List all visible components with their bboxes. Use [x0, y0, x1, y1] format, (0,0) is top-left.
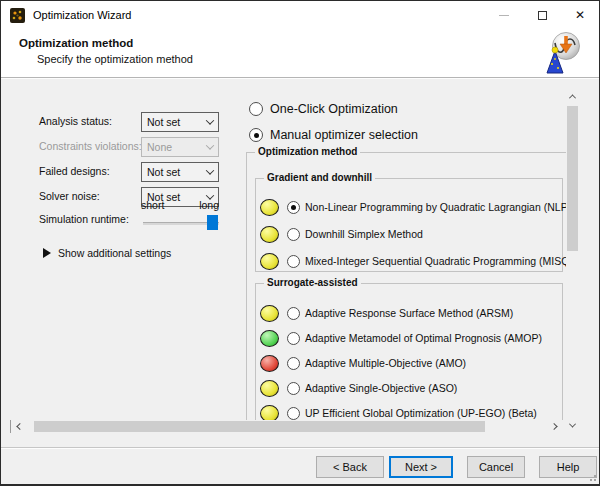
surrogate-assisted-section: Surrogate-assisted Adaptive Response Sur…: [255, 283, 563, 420]
chevron-up-icon: [569, 94, 576, 101]
radio-button[interactable]: [249, 128, 263, 142]
method-label: Adaptive Multiple-Objective (AMO): [305, 357, 466, 369]
maximize-icon: [538, 11, 547, 20]
radio-button[interactable]: [287, 332, 300, 345]
constraints-violations-select: None: [141, 137, 219, 157]
gradient-and-downhill-section: Gradient and downhill Non-Linear Program…: [255, 178, 563, 272]
close-button[interactable]: ✕: [561, 1, 599, 29]
show-additional-settings-toggle[interactable]: Show additional settings: [43, 247, 171, 259]
radio-button[interactable]: [287, 228, 300, 241]
status-light-icon: [260, 355, 279, 372]
radio-button[interactable]: [287, 407, 300, 420]
horizontal-scrollbar[interactable]: [10, 420, 563, 433]
method-option-nlpql[interactable]: Non-Linear Programming by Quadratic Lagr…: [260, 198, 566, 216]
wizard-header: Optimization method Specify the optimiza…: [1, 29, 599, 78]
failed-designs-value: Not set: [147, 166, 180, 178]
method-label: Adaptive Metamodel of Optimal Prognosis …: [305, 332, 542, 344]
radio-button[interactable]: [287, 201, 300, 214]
status-light-icon: [260, 199, 279, 216]
window-title: Optimization Wizard: [33, 9, 131, 21]
runtime-scale-labels: short long: [141, 199, 219, 211]
radio-button[interactable]: [249, 102, 263, 116]
chevron-right-icon: [551, 423, 558, 430]
simulation-runtime-label: Simulation runtime:: [39, 213, 129, 225]
method-option-downhill-simplex[interactable]: Downhill Simplex Method: [260, 225, 423, 243]
method-option-aso[interactable]: Adaptive Single-Objective (ASO): [260, 379, 457, 397]
status-light-icon: [260, 405, 279, 421]
page-title: Optimization method: [19, 37, 133, 49]
radio-button[interactable]: [287, 357, 300, 370]
optimization-wizard-icon: [539, 31, 583, 77]
manual-optimizer-selection-option[interactable]: Manual optimizer selection: [249, 127, 418, 143]
method-label: Non-Linear Programming by Quadratic Lagr…: [305, 201, 566, 213]
runtime-slider-handle[interactable]: [207, 215, 218, 230]
title-bar: Optimization Wizard ✕: [1, 1, 599, 29]
one-click-optimization-option[interactable]: One-Click Optimization: [249, 101, 398, 117]
minimize-icon: [499, 15, 509, 16]
page-subtitle: Specify the optimization method: [37, 53, 193, 65]
status-light-icon: [260, 330, 279, 347]
expand-arrow-icon: [43, 248, 51, 258]
method-label: Adaptive Response Surface Method (ARSM): [305, 307, 513, 319]
constraints-violations-value: None: [147, 141, 172, 153]
method-label: Adaptive Single-Objective (ASO): [305, 382, 457, 394]
vertical-scrollbar-thumb[interactable]: [567, 106, 578, 251]
method-option-amop[interactable]: Adaptive Metamodel of Optimal Prognosis …: [260, 329, 542, 347]
chevron-left-icon: [16, 423, 23, 430]
status-light-icon: [260, 226, 279, 243]
method-label: Downhill Simplex Method: [305, 228, 423, 240]
status-light-icon: [260, 305, 279, 322]
radio-button[interactable]: [287, 255, 300, 268]
runtime-min-label: short: [141, 199, 164, 211]
content-viewport: Analysis status: Not set Constraints vio…: [9, 89, 566, 420]
app-logo-icon: [10, 8, 25, 23]
chevron-down-icon: [206, 116, 214, 124]
minimize-button[interactable]: [485, 1, 523, 29]
constraints-violations-label: Constraints violations:: [39, 140, 142, 152]
analysis-status-row: Analysis status: Not set: [9, 112, 229, 132]
gradient-and-downhill-title: Gradient and downhill: [264, 172, 375, 183]
back-button[interactable]: < Back: [316, 456, 384, 478]
failed-designs-label: Failed designs:: [39, 165, 110, 177]
surrogate-assisted-title: Surrogate-assisted: [264, 277, 361, 288]
show-additional-settings-label: Show additional settings: [58, 247, 171, 259]
manual-optimizer-selection-label: Manual optimizer selection: [270, 128, 418, 142]
radio-button[interactable]: [287, 307, 300, 320]
solver-noise-label: Solver noise:: [39, 190, 100, 202]
analysis-status-value: Not set: [147, 116, 180, 128]
method-option-misqp[interactable]: Mixed-Integer Sequential Quadratic Progr…: [260, 252, 566, 270]
constraints-violations-row: Constraints violations: None: [9, 137, 229, 157]
horizontal-scrollbar-thumb[interactable]: [34, 421, 485, 432]
failed-designs-select[interactable]: Not set: [141, 162, 219, 182]
status-light-icon: [260, 380, 279, 397]
status-light-icon: [260, 253, 279, 270]
resize-grip-icon[interactable]: [588, 473, 596, 481]
scroll-right-button[interactable]: [548, 420, 563, 433]
analysis-status-label: Analysis status:: [39, 115, 112, 127]
method-label: Mixed-Integer Sequential Quadratic Progr…: [305, 255, 566, 267]
scroll-up-button[interactable]: [566, 89, 579, 104]
scroll-down-button[interactable]: [566, 418, 579, 433]
chevron-down-icon: [206, 141, 214, 149]
close-icon: ✕: [575, 9, 585, 21]
maximize-button[interactable]: [523, 1, 561, 29]
chevron-down-icon: [569, 421, 576, 428]
radio-button[interactable]: [287, 382, 300, 395]
optimization-wizard-dialog: Optimization Wizard ✕ Optimization metho…: [0, 0, 600, 486]
next-button[interactable]: Next >: [389, 456, 453, 478]
runtime-max-label: long: [199, 199, 219, 211]
scroll-left-button[interactable]: [11, 420, 26, 433]
failed-designs-row: Failed designs: Not set: [9, 162, 229, 182]
one-click-optimization-label: One-Click Optimization: [270, 102, 398, 116]
method-option-arsm[interactable]: Adaptive Response Surface Method (ARSM): [260, 304, 513, 322]
vertical-scrollbar[interactable]: [566, 89, 579, 433]
cancel-button[interactable]: Cancel: [467, 456, 525, 478]
dialog-body: Analysis status: Not set Constraints vio…: [1, 79, 599, 484]
analysis-status-select[interactable]: Not set: [141, 112, 219, 132]
optimization-method-group-title: Optimization method: [255, 146, 360, 157]
method-option-amo[interactable]: Adaptive Multiple-Objective (AMO): [260, 354, 466, 372]
chevron-down-icon: [206, 166, 214, 174]
method-option-up-ego[interactable]: UP Efficient Global Optimization (UP-EGO…: [260, 404, 537, 420]
button-bar-separator: [1, 447, 599, 449]
method-label: UP Efficient Global Optimization (UP-EGO…: [305, 407, 537, 419]
